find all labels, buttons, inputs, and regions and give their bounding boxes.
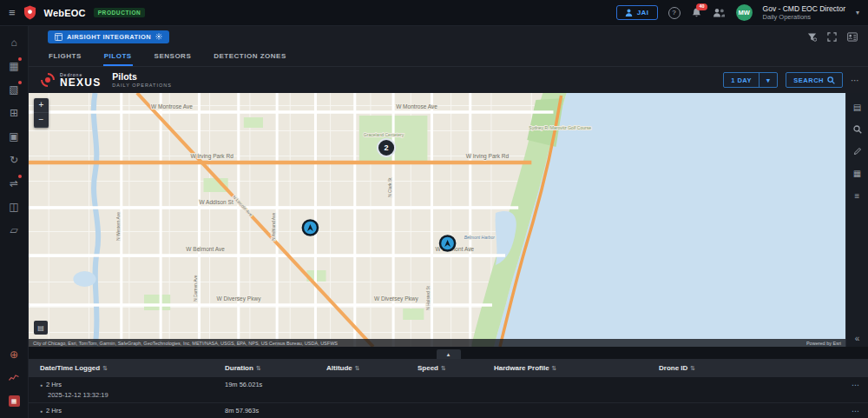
sidebar-item-share[interactable]: ⇌ [0, 171, 28, 195]
search-button[interactable]: SEARCH [786, 72, 843, 88]
apps-grid-icon: ⊞ [10, 107, 18, 119]
table-row[interactable]: ●2 Hrs 2025-12-12 13:32:19 19m 56.021s ⋯ [29, 377, 868, 403]
sidebar-item-maps[interactable]: ▧ [0, 77, 28, 101]
role-selector[interactable]: Gov - CMD EOC Director Daily Operations [763, 4, 845, 22]
sort-icon: ⇅ [690, 365, 695, 371]
column-altitude[interactable]: Altitude⇅ [326, 364, 418, 372]
street-label: N Ashland Ave [271, 212, 276, 241]
filter-settings-icon[interactable] [807, 32, 817, 42]
roster-panel-icon[interactable] [847, 32, 858, 42]
street-label: W Diversey Pkwy [374, 295, 419, 302]
search-label: SEARCH [793, 76, 824, 84]
column-drone-id[interactable]: Drone ID⇅ [659, 364, 837, 372]
pilot-marker[interactable] [303, 221, 318, 236]
sidebar-item-globe[interactable]: ⊕ [0, 342, 28, 366]
webeoc-app: ≡ WebEOC PRODUCTION JAI ? 40 MW Gov - CM… [0, 0, 868, 418]
column-speed[interactable]: Speed⇅ [418, 364, 494, 372]
sidebar-item-brand-app[interactable]: ▦ [0, 389, 28, 413]
sort-icon: ⇅ [355, 365, 360, 371]
column-hardware-profile[interactable]: Hardware Profile⇅ [494, 364, 659, 372]
collapse-table-button[interactable]: ▴ [437, 349, 461, 359]
jai-button[interactable]: JAI [616, 5, 658, 20]
time-filter-button[interactable]: 1 DAY ▾ [723, 72, 778, 88]
sidebar-item-contacts[interactable]: ◫ [0, 195, 28, 218]
sidebar-item-analytics[interactable] [0, 366, 28, 389]
tab-flights[interactable]: FLIGHTS [48, 52, 82, 66]
menu-icon[interactable]: ≡ [9, 6, 16, 19]
zoom-in-button[interactable]: + [34, 98, 49, 113]
column-duration[interactable]: Duration⇅ [225, 364, 326, 372]
airsight-label: AIRSIGHT INTEGRATION [67, 33, 151, 41]
sidebar-item-processes[interactable]: ↻ [0, 148, 28, 171]
help-icon[interactable]: ? [668, 7, 681, 19]
powered-by-esri: Powered by Esri [806, 341, 841, 346]
panel-menu-icon[interactable]: ⋯ [851, 76, 859, 85]
home-icon: ⌂ [10, 36, 16, 49]
people-icon[interactable] [713, 8, 726, 17]
map-toolbar: ▤ ▦ ≡ « [845, 93, 868, 347]
brand-name: NEXUS [60, 76, 101, 89]
pond [73, 271, 95, 287]
chart-line-icon [9, 374, 19, 382]
tab-pilots[interactable]: PILOTS [103, 52, 133, 66]
sidebar-item-display[interactable]: ▣ [0, 124, 28, 148]
person-icon [625, 9, 633, 17]
street-label: N Damen Ave [193, 275, 198, 302]
zoom-out-button[interactable]: − [34, 113, 49, 128]
row-timestamp: 2025-12-12 13:32:19 [48, 391, 225, 399]
street-label: W Montrose Ave [396, 103, 437, 109]
row-duration: 8m 57.963s [225, 407, 326, 415]
row-menu-icon[interactable]: ⋯ [852, 381, 868, 389]
view-controls [807, 32, 858, 42]
sidebar-item-apps[interactable]: ⊞ [0, 101, 28, 124]
sort-icon: ⇅ [441, 365, 446, 371]
map-area: W Montrose Ave W Montrose Ave W Irving P… [29, 93, 845, 347]
panel-actions: 1 DAY ▾ SEARCH ⋯ [723, 72, 859, 88]
boards-icon: ▦ [9, 60, 18, 72]
row-age: 2 Hrs [46, 381, 62, 388]
layers-icon[interactable]: ▦ [853, 169, 861, 178]
globe-icon: ⊕ [10, 348, 18, 361]
avatar[interactable]: MW [736, 4, 753, 21]
basemap-toggle-button[interactable]: ▤ [34, 321, 48, 335]
map-canvas[interactable]: W Montrose Ave W Montrose Ave W Irving P… [29, 93, 845, 347]
sidebar-item-files[interactable]: ▱ [0, 218, 28, 242]
row-menu-icon[interactable]: ⋯ [852, 407, 868, 415]
results-list-icon[interactable]: ≡ [855, 191, 860, 201]
contacts-icon: ◫ [9, 201, 18, 213]
table-row[interactable]: ●2 Hrs 8m 57.963s ⋯ [29, 403, 868, 418]
tab-sensors[interactable]: SENSORS [154, 52, 193, 66]
panel-header: Dedrone NEXUS Pilots DAILY OPERATIONS 1 … [29, 67, 868, 93]
status-dot: ● [40, 408, 43, 414]
column-date-time[interactable]: Date/Time Logged⇅ [40, 364, 225, 372]
street-label: W Addison St [199, 199, 233, 205]
sidebar-item-boards[interactable]: ▦ [0, 54, 28, 77]
pilot-marker[interactable] [440, 236, 455, 251]
tab-bar: FLIGHTS PILOTS SENSORS DETECTION ZONES [29, 47, 868, 67]
brand-app-icon: ▦ [9, 395, 20, 407]
chevron-down-icon: ▾ [759, 73, 777, 87]
tab-detection-zones[interactable]: DETECTION ZONES [213, 52, 287, 66]
street-label: N Clark St [387, 177, 392, 197]
park [403, 309, 424, 320]
notification-count-badge: 40 [696, 3, 707, 10]
dedrone-nexus-logo: Dedrone NEXUS [40, 72, 101, 88]
page-title: Pilots [112, 71, 172, 83]
legend-icon[interactable]: ▤ [853, 103, 861, 112]
topbar-actions: JAI ? 40 MW Gov - CMD EOC Director Daily… [616, 4, 859, 22]
map-search-icon[interactable] [853, 125, 862, 134]
cluster-marker[interactable]: 2 [378, 139, 395, 156]
dedrone-mark-icon [40, 72, 56, 88]
airsight-integration-button[interactable]: AIRSIGHT INTEGRATION [48, 30, 169, 43]
topbar: ≡ WebEOC PRODUCTION JAI ? 40 MW Gov - CM… [0, 0, 868, 26]
fullscreen-icon[interactable] [827, 32, 837, 42]
time-filter-value: 1 DAY [724, 73, 759, 87]
chevron-down-icon[interactable]: ▾ [856, 9, 859, 17]
notifications-icon[interactable]: 40 [691, 7, 702, 18]
board-icon [55, 33, 62, 41]
collapse-panel-icon[interactable]: « [855, 334, 860, 343]
sidebar-item-home[interactable]: ⌂ [0, 30, 28, 54]
folder-icon: ▱ [10, 224, 17, 236]
draw-icon[interactable] [853, 147, 862, 156]
main-content: AIRSIGHT INTEGRATION FLIGHT [29, 26, 868, 418]
